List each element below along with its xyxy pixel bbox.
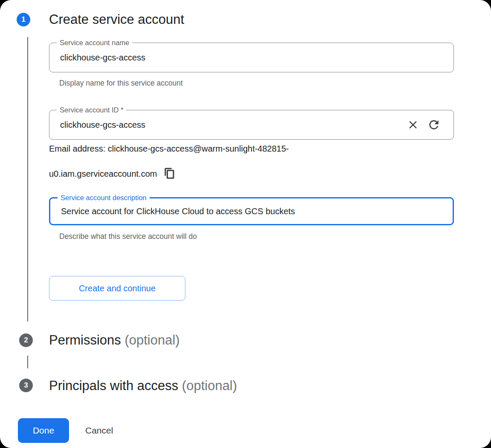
step-2-number: 2 <box>24 336 28 345</box>
email-line-1: Email address: clickhouse-gcs-access@war… <box>49 144 289 153</box>
step-3-optional-tag: (optional) <box>182 378 237 393</box>
service-account-name-label: Service account name <box>57 38 132 47</box>
service-account-description-helper: Describe what this service account will … <box>59 232 197 241</box>
step-1-number: 1 <box>21 15 25 24</box>
step-3-title: Principals with access (optional) <box>49 377 237 394</box>
step-2-title: Permissions (optional) <box>49 332 180 349</box>
step-2-title-text: Permissions <box>49 333 121 347</box>
service-account-name-field: Service account name <box>49 43 454 72</box>
clear-x-icon <box>407 118 419 131</box>
step-1-title: Create service account <box>49 11 184 28</box>
service-account-description-input[interactable] <box>50 200 453 223</box>
cancel-button[interactable]: Cancel <box>85 424 113 437</box>
email-line-2: u0.iam.gserviceaccount.com <box>49 169 157 178</box>
service-account-description-label: Service account description <box>58 193 150 202</box>
service-account-id-field: Service account ID * <box>49 110 454 140</box>
step-3-title-text: Principals with access <box>49 378 178 393</box>
create-and-continue-button[interactable]: Create and continue <box>49 276 185 301</box>
service-account-id-label: Service account ID * <box>57 106 126 114</box>
create-service-account-dialog: 1 Create service account Service account… <box>0 0 491 448</box>
stepper-connector-line <box>27 356 28 368</box>
service-account-name-input[interactable] <box>49 44 453 70</box>
step-2-indicator: 2 <box>19 333 33 347</box>
content-copy-icon <box>164 167 176 179</box>
regenerate-id-button[interactable] <box>427 118 441 132</box>
refresh-icon <box>427 118 441 132</box>
stepper-connector-line <box>27 37 28 322</box>
service-account-description-field: Service account description <box>49 197 454 225</box>
service-account-name-helper: Display name for this service account <box>59 79 183 88</box>
step-3-indicator: 3 <box>19 379 33 392</box>
step-2-optional-tag: (optional) <box>124 333 179 347</box>
step-1-indicator: 1 <box>17 13 30 26</box>
clear-id-button[interactable] <box>407 118 419 131</box>
done-button[interactable]: Done <box>18 418 69 443</box>
copy-email-button[interactable] <box>164 167 176 179</box>
step-3-number: 3 <box>24 381 28 390</box>
service-account-email: Email address: clickhouse-gcs-access@war… <box>49 136 433 187</box>
service-account-id-input[interactable] <box>49 112 407 138</box>
